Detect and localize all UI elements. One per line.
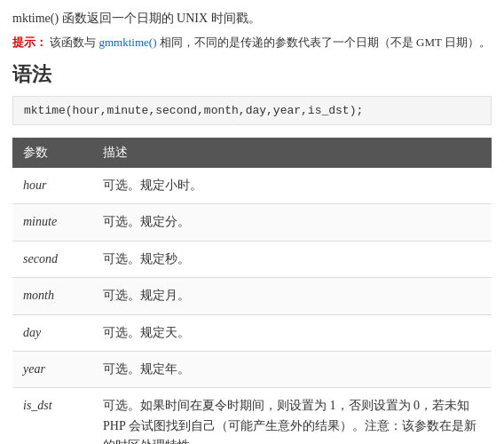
param-name: second [12,241,92,277]
param-desc: 可选。规定月。 [92,278,492,314]
param-desc: 可选。规定小时。 [92,168,492,204]
syntax-title: 语法 [12,61,492,89]
param-desc: 可选。规定天。 [92,314,492,351]
param-desc: 可选。规定年。 [92,351,492,387]
table-row: day可选。规定天。 [12,314,492,351]
col-param-header: 参数 [12,138,92,168]
table-row: year可选。规定年。 [12,351,492,387]
gmmktime-link[interactable]: gmmktime() [99,36,157,49]
param-name: hour [12,168,92,204]
param-name: is_dst [12,388,92,444]
table-row: second可选。规定秒。 [12,241,492,277]
intro-tip: 提示： 该函数与 gmmktime() 相同，不同的是传递的参数代表了一个日期（… [12,34,492,52]
tip-text-before: 该函数与 [50,36,96,49]
tip-text-after: 相同，不同的是传递的参数代表了一个日期（不是 GMT 日期）。 [160,36,491,49]
col-desc-header: 描述 [92,138,492,168]
param-name: year [12,351,92,387]
param-desc: 可选。如果时间在夏令时期间，则设置为 1，否则设置为 0，若未知 PHP 会试图… [92,388,492,444]
table-row: minute可选。规定分。 [12,204,492,241]
table-row: is_dst可选。如果时间在夏令时期间，则设置为 1，否则设置为 0，若未知 P… [12,388,492,444]
param-name: day [12,314,92,351]
intro-main: mktime() 函数返回一个日期的 UNIX 时间戳。 [12,9,492,28]
param-desc: 可选。规定分。 [92,204,492,241]
table-header-row: 参数 描述 [12,138,492,168]
param-desc: 可选。规定秒。 [92,241,492,277]
table-row: hour可选。规定小时。 [12,168,492,204]
syntax-code: mktime(hour,minute,second,month,day,year… [12,96,492,125]
table-row: month可选。规定月。 [12,278,492,314]
param-name: month [12,278,92,314]
param-name: minute [12,204,92,241]
params-table: 参数 描述 hour可选。规定小时。minute可选。规定分。second可选。… [12,138,492,444]
tip-label: 提示： [12,36,47,49]
